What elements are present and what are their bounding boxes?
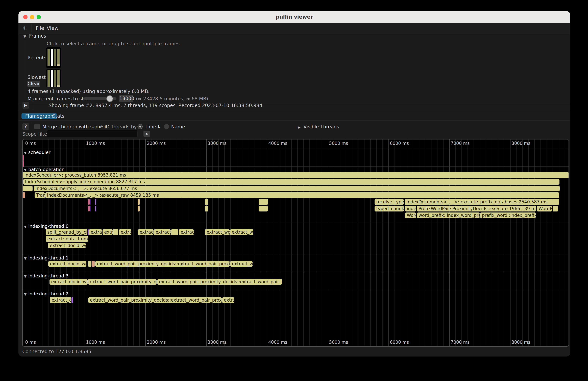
help-button[interactable]: ?: [22, 123, 29, 130]
flame-scope-bar[interactable]: extract_doc: [50, 297, 71, 303]
flame-scope-bar[interactable]: [259, 199, 268, 205]
sort-direction-icon[interactable]: ⬇: [157, 124, 161, 129]
flame-scope-bar[interactable]: [71, 297, 73, 303]
thumbnail-frame-bar[interactable]: [51, 70, 53, 87]
menu-view[interactable]: View: [47, 23, 59, 34]
flame-scope-bar[interactable]: extract_word_pair_proximity_docids::extr…: [88, 297, 222, 303]
flame-scope-bar[interactable]: word_prefix::index_word_prefix_: [417, 212, 480, 218]
gridline: [285, 139, 285, 346]
thread-section-header[interactable]: ▼indexing-thread:2: [24, 291, 69, 296]
sort-name-radio[interactable]: [164, 124, 169, 129]
flame-scope-bar[interactable]: [88, 229, 89, 235]
thumbnail-frame-bar[interactable]: [51, 49, 53, 66]
axis-tick-label-top: 1000 ms: [86, 141, 105, 146]
flame-scope-bar[interactable]: [90, 206, 90, 212]
frames-collapse-header[interactable]: ▼ Frames: [23, 33, 46, 39]
flame-scope-bar[interactable]: index: [405, 206, 416, 212]
flame-scope-bar[interactable]: IndexDocuments<_, _>::execute_raw 8459.1…: [45, 192, 559, 198]
section-separator: [23, 222, 568, 222]
flame-scope-bar[interactable]: extract_word_pair_proximity_docids: [88, 279, 157, 285]
flame-scope-bar[interactable]: [88, 206, 90, 212]
flame-scope-bar[interactable]: typed_chunk::w: [375, 206, 404, 212]
flame-scope-bar[interactable]: [205, 199, 208, 205]
flame-scope-bar[interactable]: IndexScheduler>::process_batch 8953.821 …: [23, 172, 569, 178]
thumbnail-frame-bar[interactable]: [47, 70, 50, 87]
flamegraph-panel[interactable]: 0 ms0 ms1000 ms1000 ms2000 ms2000 ms3000…: [22, 139, 569, 347]
flame-scope-bar[interactable]: prefix_word::index_prefix_wo: [480, 212, 536, 218]
thread-section-header[interactable]: ▼batch-operation: [24, 167, 65, 172]
max-frames-slider-handle[interactable]: [106, 95, 113, 102]
gridline: [206, 139, 207, 346]
flame-scope-bar[interactable]: split_grenad_by_chun: [46, 229, 87, 235]
clear-button[interactable]: Clear: [27, 81, 40, 87]
flame-scope-bar[interactable]: [23, 186, 33, 191]
flame-scope-bar[interactable]: extract_: [154, 229, 171, 235]
flame-scope-bar[interactable]: extract_docid_word: [48, 261, 86, 267]
max-frames-value[interactable]: 18000: [119, 95, 133, 102]
thumbnail-frame-bar[interactable]: [57, 49, 60, 66]
flame-scope-bar[interactable]: extract_wo: [230, 229, 253, 235]
flame-scope-bar[interactable]: WordPr: [537, 206, 552, 212]
flame-scope-bar[interactable]: [553, 206, 558, 212]
flame-scope-bar[interactable]: extract_word_pair_proximity_docids::extr…: [95, 261, 230, 267]
gridline: [328, 139, 328, 346]
theme-toggle-icon[interactable]: ✳: [22, 23, 26, 34]
flame-scope-bar[interactable]: [23, 155, 24, 161]
flame-scope-bar[interactable]: [95, 199, 96, 205]
thread-section-header[interactable]: ▼scheduler: [24, 150, 50, 155]
visible-threads-collapse[interactable]: ▶ Visible Threads: [298, 124, 339, 129]
flame-scope-bar[interactable]: receive_typed_: [375, 199, 404, 205]
thread-section-header[interactable]: ▼indexing-thread:3: [24, 273, 69, 279]
flame-scope-bar[interactable]: [90, 199, 90, 205]
sort-time-radio[interactable]: [138, 124, 143, 129]
collapse-triangle-icon: ▼: [24, 168, 26, 172]
flame-scope-bar[interactable]: [92, 261, 95, 267]
flame-scope-bar[interactable]: [23, 161, 24, 167]
gridline: [97, 139, 97, 346]
flame-scope-bar[interactable]: IndexScheduler>::apply_index_operation 8…: [23, 179, 560, 185]
flame-scope-bar[interactable]: Trans: [35, 192, 45, 198]
flame-scope-bar[interactable]: extra: [103, 229, 113, 235]
flame-scope-bar[interactable]: [113, 229, 118, 235]
flame-scope-bar[interactable]: [259, 206, 268, 212]
thumbnail-frame-bar[interactable]: [47, 49, 50, 66]
flame-scope-bar[interactable]: extract_word: [205, 229, 230, 235]
clear-filter-button[interactable]: x: [144, 130, 150, 137]
flame-scope-bar[interactable]: extrac: [222, 297, 234, 303]
status-bar: Connected to 127.0.0.1:8585: [19, 347, 570, 357]
flame-scope-bar[interactable]: [138, 206, 140, 212]
flame-scope-bar[interactable]: Word: [405, 212, 416, 218]
recent-frames-thumbnail[interactable]: [46, 47, 61, 68]
flame-scope-bar[interactable]: [171, 229, 178, 235]
flame-scope-bar[interactable]: [138, 199, 140, 205]
flame-scope-bar[interactable]: [23, 192, 25, 198]
thread-section-header[interactable]: ▼indexing-thread:0: [24, 224, 69, 229]
flame-scope-bar[interactable]: [205, 206, 208, 212]
flame-scope-bar[interactable]: extract_docid_word: [48, 243, 85, 248]
flame-scope-bar[interactable]: extract_docid_word: [49, 279, 88, 285]
flame-scope-bar[interactable]: extract_: [138, 229, 153, 235]
thread-section-header[interactable]: ▼indexing-thread:1: [24, 255, 69, 261]
flame-scope-bar[interactable]: [88, 199, 90, 205]
merge-children-checkbox[interactable]: [34, 124, 40, 129]
flame-scope-bar[interactable]: IndexDocuments<_, _>::execute_prefix_dat…: [405, 199, 559, 205]
flame-scope-bar[interactable]: [88, 261, 91, 267]
thumbnail-frame-bar[interactable]: [57, 70, 60, 87]
thumbnail-frame-bar[interactable]: [54, 70, 56, 87]
flame-scope-bar[interactable]: PrefixWordPairsProximityDocids::execute …: [417, 206, 536, 212]
play-button[interactable]: ▶: [22, 102, 29, 109]
flame-scope-bar[interactable]: extract: [89, 229, 102, 235]
scope-filter-input[interactable]: [47, 130, 138, 137]
tab-stats[interactable]: Stats: [49, 113, 68, 119]
flame-scope-bar[interactable]: extrac: [119, 229, 131, 235]
slowest-frames-thumbnail[interactable]: [46, 69, 61, 87]
axis-tick-label-bottom: 0 ms: [25, 340, 36, 345]
flame-scope-bar[interactable]: [95, 206, 96, 212]
menu-file[interactable]: File: [36, 23, 44, 34]
flame-scope-bar[interactable]: extract::data_from_ob: [46, 236, 88, 242]
flame-scope-bar[interactable]: extract_wo: [230, 261, 252, 267]
flame-scope-bar[interactable]: extract_word_pair_proximity_docids::extr…: [157, 279, 282, 285]
flame-scope-bar[interactable]: IndexDocuments<_, _>::execute 8656.677 m…: [34, 186, 560, 191]
thumbnail-frame-bar[interactable]: [54, 49, 56, 66]
flame-scope-bar[interactable]: extract: [179, 229, 194, 235]
